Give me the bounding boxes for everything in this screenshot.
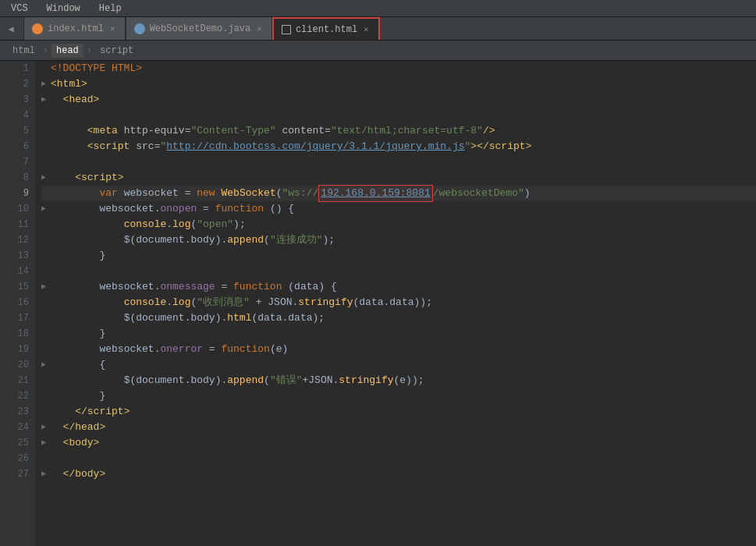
- line-num-16: 16: [0, 295, 29, 310]
- line-num-25: 25: [0, 435, 29, 451]
- line-num-18: 18: [0, 326, 29, 342]
- menu-vcs[interactable]: VCS: [6, 2, 33, 16]
- line-num-3: 3: [0, 92, 29, 108]
- code-line-17: $(document.body). html (data.data);: [41, 310, 756, 326]
- code-line-6: <script src="http://cdn.bootcss.com/jque…: [41, 139, 756, 154]
- line-num-15: 15: [0, 279, 29, 295]
- line-num-1: 1: [0, 61, 29, 76]
- sidebar-toggle[interactable]: ◀: [0, 17, 22, 41]
- code-line-18: }: [41, 326, 756, 342]
- breadcrumb-script[interactable]: script: [95, 44, 138, 58]
- line-num-2: 2: [0, 76, 29, 92]
- tab-index-html[interactable]: index.html ✕: [23, 17, 126, 40]
- code-line-1: <!DOCTYPE HTML>: [41, 61, 756, 76]
- tab-websocket-close[interactable]: ✕: [255, 23, 264, 34]
- breadcrumb-head[interactable]: head: [51, 44, 83, 58]
- menu-bar: VCS Window Help: [0, 0, 756, 17]
- line-num-23: 23: [0, 404, 29, 420]
- code-line-16: console . log ( "收到消息" + JSON. stringify…: [41, 295, 756, 310]
- code-line-7: [41, 154, 756, 170]
- line-num-22: 22: [0, 388, 29, 404]
- line-num-24: 24: [0, 420, 29, 435]
- menu-window[interactable]: Window: [42, 2, 85, 16]
- line-num-27: 27: [0, 466, 29, 482]
- line-num-12: 12: [0, 232, 29, 248]
- tab-client-html[interactable]: client.html ✕: [272, 17, 380, 40]
- code-editor[interactable]: <!DOCTYPE HTML> ▶ <html> ▶ <head> <meta …: [35, 61, 756, 546]
- line-num-26: 26: [0, 451, 29, 466]
- line-num-14: 14: [0, 264, 29, 279]
- tab-index-html-close[interactable]: ✕: [108, 23, 117, 34]
- code-line-9: var websocket = new WebSocket ( "ws://19…: [41, 186, 756, 201]
- line-num-8: 8: [0, 170, 29, 186]
- code-line-23: </script>: [41, 404, 756, 420]
- code-line-25: ▶ <body>: [41, 435, 756, 451]
- tab-websocket-demo[interactable]: WebSocketDemo.java ✕: [126, 17, 272, 40]
- menu-help[interactable]: Help: [94, 2, 126, 16]
- tabs-bar: ◀ index.html ✕ WebSocketDemo.java ✕ clie…: [0, 17, 756, 41]
- code-line-5: <meta http-equiv="Content-Type" content=…: [41, 123, 756, 139]
- code-line-4: [41, 108, 756, 123]
- code-line-2: ▶ <html>: [41, 76, 756, 92]
- code-line-26: [41, 451, 756, 466]
- code-line-12: $(document.body). append ( "连接成功" );: [41, 232, 756, 248]
- code-line-15: ▶ websocket. onmessage = function (data)…: [41, 279, 756, 295]
- index-html-icon: [32, 23, 43, 34]
- code-line-14: [41, 264, 756, 279]
- line-num-6: 6: [0, 139, 29, 154]
- code-line-27: ▶ </body>: [41, 466, 756, 482]
- code-line-19: websocket. onerror = function (e): [41, 342, 756, 357]
- line-num-11: 11: [0, 217, 29, 232]
- code-line-21: $(document.body). append ( "错误" +JSON. s…: [41, 373, 756, 388]
- code-line-8: ▶ <script>: [41, 170, 756, 186]
- line-gutter: 1 2 3 4 5 6 7 8 9 10 11 12 13 14 15 16 1…: [0, 61, 35, 546]
- java-icon: [134, 23, 145, 34]
- line-num-10: 10: [0, 201, 29, 217]
- tab-client-html-close[interactable]: ✕: [362, 24, 371, 34]
- client-html-icon: [282, 25, 291, 34]
- code-line-20: ▶ {: [41, 357, 756, 373]
- line-num-19: 19: [0, 342, 29, 357]
- breadcrumb-html[interactable]: html: [8, 44, 40, 58]
- breadcrumb-bar: html › head › script: [0, 41, 756, 61]
- tab-index-html-label: index.html: [48, 23, 104, 34]
- line-num-7: 7: [0, 154, 29, 170]
- code-line-3: ▶ <head>: [41, 92, 756, 108]
- tab-client-html-label: client.html: [296, 24, 357, 35]
- code-line-11: console . log ( "open" );: [41, 217, 756, 232]
- editor-container: 1 2 3 4 5 6 7 8 9 10 11 12 13 14 15 16 1…: [0, 61, 756, 546]
- line-num-5: 5: [0, 123, 29, 139]
- line-num-20: 20: [0, 357, 29, 373]
- line-num-13: 13: [0, 248, 29, 264]
- line-num-4: 4: [0, 108, 29, 123]
- tab-websocket-label: WebSocketDemo.java: [150, 23, 251, 34]
- line-num-21: 21: [0, 373, 29, 388]
- code-line-13: }: [41, 248, 756, 264]
- code-line-10: ▶ websocket. onopen = function () {: [41, 201, 756, 217]
- line-num-9: 9: [0, 186, 29, 201]
- line-num-17: 17: [0, 310, 29, 326]
- code-line-24: ▶ </head>: [41, 420, 756, 435]
- url-highlight: 192.168.0.159:8081: [318, 185, 432, 202]
- code-line-22: }: [41, 388, 756, 404]
